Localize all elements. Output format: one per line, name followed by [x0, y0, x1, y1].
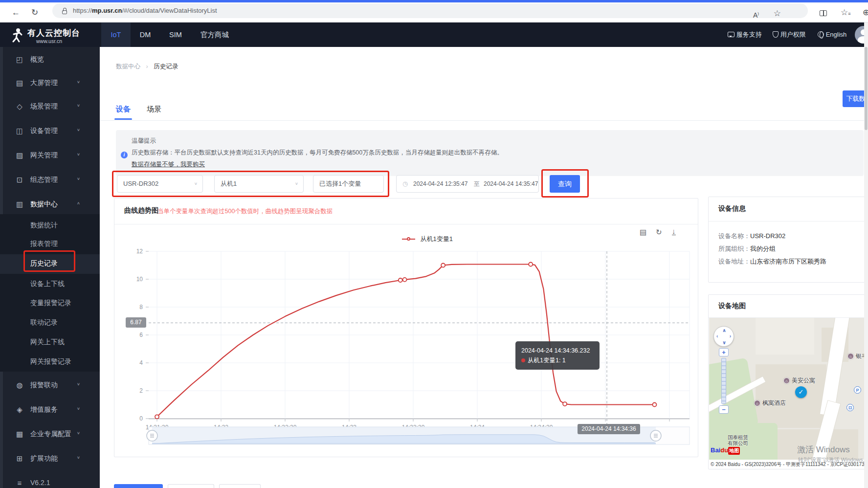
page-scrollbar-thumb[interactable]: [865, 47, 868, 130]
overview-icon: ◰: [15, 55, 24, 64]
breadcrumb-parent[interactable]: 数据中心: [116, 63, 140, 70]
read-aloud-icon[interactable]: A): [753, 3, 759, 25]
chevron-up-icon: ∧: [77, 201, 80, 205]
sidebar-subitem-var-alarm[interactable]: 变量报警记录: [0, 294, 100, 313]
browser-refresh-button[interactable]: ↻: [31, 2, 38, 22]
svg-text:4: 4: [139, 359, 143, 366]
favorites-bar-icon[interactable]: ☆≡: [841, 2, 851, 24]
datacenter-icon: ▥: [15, 200, 24, 209]
bigscreen-icon: ▤: [15, 79, 24, 88]
parking-icon: P: [854, 386, 861, 394]
url-text[interactable]: https://mp.usr.cn/#/cloud/data/ViewDataH…: [73, 3, 217, 18]
sidebar-item-datacenter[interactable]: ▥数据中心∧: [0, 195, 100, 215]
usr-logo-icon: [10, 27, 24, 43]
date-range-separator: 至: [474, 176, 480, 192]
bus-stop-icon: ⊟: [846, 404, 854, 411]
pan-left-icon: ‹: [716, 333, 718, 339]
app-header: 有人云控制台 www.usr.cn IoT DM SIM 官方商城 服务支持 用…: [0, 22, 868, 47]
split-screen-icon[interactable]: [820, 9, 827, 18]
sidebar-subitem-report[interactable]: 报表管理: [0, 235, 100, 254]
date-range-start: 2024-04-24 12:35:47: [413, 176, 467, 192]
browser-back-button[interactable]: ←: [12, 2, 20, 22]
sidebar-item-alarm-linkage[interactable]: ◍报警联动∨: [0, 376, 100, 396]
map-zoom-slider[interactable]: [721, 358, 726, 404]
pan-up-icon: ∧: [722, 328, 726, 333]
sidebar-subitem-history[interactable]: 历史记录: [0, 254, 100, 274]
query-button[interactable]: 查询: [550, 175, 580, 193]
device-map-title: 设备地图: [718, 302, 746, 311]
sidebar-item-bigscreen[interactable]: ▤大屏管理∨: [0, 73, 100, 94]
nav-tab-sim[interactable]: SIM: [160, 22, 191, 47]
sidebar-item-enterprise[interactable]: ▦企业专属配置∨: [0, 424, 100, 445]
device-location-marker[interactable]: ✓: [795, 386, 807, 398]
sidebar-subitem-data-stats[interactable]: 数据统计: [0, 216, 100, 236]
tabs-divider: [100, 120, 868, 121]
poi-apartment-label: 美安公寓: [792, 377, 815, 385]
date-range-picker[interactable]: ◷ 2024-04-24 12:35:47 至 2024-04-24 14:35…: [396, 175, 539, 193]
purchase-storage-link[interactable]: 数据存储量不够，我要购买: [132, 160, 205, 168]
map-zoom-in-button[interactable]: +: [719, 348, 729, 356]
footer-button-primary[interactable]: [114, 484, 163, 488]
collections-icon[interactable]: ⊕: [863, 2, 868, 22]
map-pan-control[interactable]: ∧ ‹ › ∨: [713, 326, 734, 347]
chat-icon: [728, 32, 734, 37]
sidebar-item-gateway[interactable]: ▨网关管理∨: [0, 146, 100, 166]
tooltip-time: 2024-04-24 14:34:36.232: [521, 346, 594, 355]
chevron-down-icon: ∨: [77, 431, 80, 435]
alarm-icon: ◍: [15, 381, 24, 390]
version-icon: ≡: [15, 479, 24, 487]
sidebar-item-scada[interactable]: ⊡组态管理∨: [0, 170, 100, 191]
breadcrumb-current: 历史记录: [154, 63, 178, 70]
device-org-row: 所属组织：我的分组: [718, 244, 776, 253]
chevron-down-icon: ∨: [77, 177, 80, 181]
language-switch[interactable]: English: [818, 22, 846, 47]
footer-button-secondary[interactable]: [168, 484, 214, 488]
sidebar-item-value-added[interactable]: ◈增值服务∨: [0, 400, 100, 421]
pan-right-icon: ›: [730, 333, 731, 339]
nav-tab-mall[interactable]: 官方商城: [191, 22, 238, 47]
favorite-star-icon[interactable]: ☆: [774, 3, 781, 23]
sidebar-item-scene[interactable]: ◇场景管理∨: [0, 97, 100, 117]
sidebar-subitem-gateway-alarm[interactable]: 网关报警记录: [0, 353, 100, 372]
support-link[interactable]: 服务支持: [728, 22, 762, 47]
notice-title: 温馨提示: [132, 137, 156, 145]
device-info-card: 设备信息 设备名称：USR-DR302 所属组织：我的分组 设备地址：山东省济南…: [708, 197, 868, 283]
svg-text:6: 6: [139, 332, 143, 338]
tab-device[interactable]: 设备: [116, 105, 131, 114]
sidebar-subitem-gateway-onoff[interactable]: 网关上下线: [0, 333, 100, 353]
sidebar-subitem-linkage[interactable]: 联动记录: [0, 313, 100, 333]
pan-down-icon: ∨: [722, 340, 726, 345]
nav-tab-dm[interactable]: DM: [131, 22, 160, 47]
baidu-map[interactable]: ∧ ‹ › ∨ + − ⌂ 美安公寓 ✓ ⌂ 枫寓酒店 ⌂ 银丰 P ⊟ 国泰租…: [709, 318, 868, 460]
sidebar-item-extensions[interactable]: ⊞扩展功能∨: [0, 449, 100, 469]
map-zoom-out-button[interactable]: −: [719, 405, 729, 414]
diamond-icon: ◈: [15, 405, 24, 414]
trend-chart-plot[interactable]: 02468101214:31:3014:3214:32:3014:3314:33…: [114, 199, 698, 457]
tab-scene[interactable]: 场景: [147, 105, 161, 114]
tooltip-value: 1: [562, 357, 566, 364]
footer-button-tertiary[interactable]: [219, 484, 261, 488]
svg-text:8: 8: [139, 304, 143, 311]
notice-body: 历史数据存储：平台历史数据默认支持查询近31天内的历史数据，每月可免费存储500…: [132, 149, 855, 156]
sidebar-item-overview[interactable]: ◰概览: [0, 50, 100, 70]
sidebar-item-device[interactable]: ◫设备管理∨: [0, 121, 100, 142]
sidebar-subitem-device-onoff[interactable]: 设备上下线: [0, 275, 100, 294]
device-select[interactable]: USR-DR302∨: [117, 175, 203, 193]
svg-text:10: 10: [136, 276, 143, 283]
slave-select[interactable]: 从机1∨: [214, 175, 304, 193]
poi-building-icon: ⌂: [783, 377, 790, 384]
breadcrumb: 数据中心 › 历史记录: [116, 63, 178, 71]
date-range-end: 2024-04-24 14:35:47: [484, 176, 538, 192]
chevron-down-icon: ∨: [77, 406, 80, 411]
svg-text:2: 2: [139, 387, 143, 394]
permission-link[interactable]: 用户权限: [773, 22, 806, 47]
nav-tab-iot[interactable]: IoT: [101, 22, 131, 47]
scene-icon: ◇: [15, 102, 24, 111]
chevron-down-icon: ∨: [77, 382, 80, 386]
building-icon: ▦: [15, 430, 24, 439]
address-bar[interactable]: https://mp.usr.cn/#/cloud/data/ViewDataH…: [52, 3, 808, 18]
variable-select[interactable]: 已选择1个变量: [313, 175, 384, 193]
clock-icon: ◷: [402, 176, 408, 192]
scada-icon: ⊡: [15, 176, 24, 184]
svg-text:12: 12: [136, 248, 143, 255]
